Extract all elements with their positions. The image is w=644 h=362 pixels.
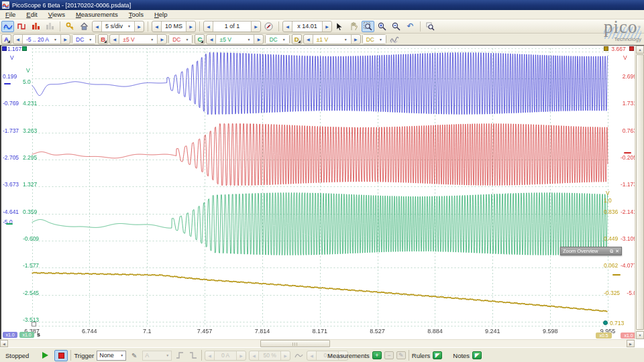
statusbar-separator bbox=[409, 350, 409, 361]
channel-d-button[interactable]: D bbox=[292, 34, 302, 44]
menu-item-measurements[interactable]: Measurements bbox=[70, 10, 123, 19]
logo-brand: pico® bbox=[604, 17, 641, 37]
range-increase-button[interactable]: ▶ bbox=[61, 35, 70, 44]
channel-b-coupling-select[interactable]: DC▼ bbox=[168, 34, 193, 44]
scope-view-button[interactable] bbox=[1, 21, 14, 32]
close-icon[interactable]: ✕ bbox=[615, 249, 619, 253]
menu-bar: FileEditViewsMeasurementsToolsHelp bbox=[0, 10, 644, 19]
channel-c-range-select[interactable]: ±5 V▼ bbox=[215, 35, 254, 44]
samples-field[interactable]: 10 MS bbox=[161, 21, 186, 32]
page-next-button[interactable]: ▶ bbox=[252, 21, 260, 32]
zoom-decrease-button[interactable]: ◀ bbox=[283, 21, 292, 32]
range-decrease-button[interactable]: ◀ bbox=[13, 35, 22, 44]
home-button[interactable] bbox=[78, 21, 91, 32]
pico-logo: pico® Technology bbox=[581, 19, 641, 44]
range-decrease-button[interactable]: ◀ bbox=[304, 35, 313, 44]
channel-c-button[interactable]: C bbox=[195, 34, 205, 44]
page-previous-button[interactable]: ◀ bbox=[204, 21, 213, 32]
scroll-right-arrow[interactable]: ▶ bbox=[627, 340, 635, 347]
range-increase-button[interactable]: ▶ bbox=[352, 35, 360, 44]
samples-increase-button[interactable]: ▶ bbox=[186, 21, 195, 32]
restore-window-icon[interactable]: ⧉ bbox=[610, 249, 613, 253]
range-increase-button[interactable]: ▶ bbox=[158, 35, 166, 44]
zoom-overview-button[interactable] bbox=[424, 21, 437, 32]
level-increase-button: ▶ bbox=[237, 351, 246, 360]
start-capture-button[interactable] bbox=[38, 350, 52, 361]
channel-c-group: C◀±5 V▼▶DC▼ bbox=[195, 34, 289, 44]
main-toolbar: ◀ 5 s/div▼ ▶ ◀ 10 MS ▶ ◀ 1 of 1 ▶ ◀ x 14… bbox=[0, 19, 644, 34]
menu-item-tools[interactable]: Tools bbox=[123, 10, 149, 19]
marquee-zoom-tool[interactable] bbox=[362, 21, 374, 32]
zoom-out-tool[interactable] bbox=[390, 21, 402, 32]
stop-capture-button[interactable] bbox=[54, 350, 68, 361]
channel-c-coupling-select[interactable]: DC▼ bbox=[265, 34, 289, 44]
horizontal-scroll-thumb[interactable] bbox=[260, 340, 330, 347]
hand-tool[interactable] bbox=[347, 21, 360, 32]
stop-icon bbox=[58, 353, 64, 359]
page-field[interactable]: 1 of 1 bbox=[213, 21, 252, 32]
zoom-factor-field[interactable]: x 14.01 bbox=[292, 21, 323, 32]
channel-b-range-control: ◀±5 V▼▶ bbox=[109, 34, 167, 44]
notes-toggle-button[interactable]: ◤ bbox=[472, 351, 482, 359]
channel-d-coupling-select[interactable]: DC▼ bbox=[362, 34, 386, 44]
timebase-decrease-button[interactable]: ◀ bbox=[93, 21, 101, 32]
edit-trigger-icon[interactable]: ✎ bbox=[129, 350, 140, 361]
horizontal-scrollbar[interactable]: ◀ ▶ bbox=[0, 339, 635, 347]
channel-a-range-select[interactable]: -5 .. 20 A▼ bbox=[22, 35, 61, 44]
menu-item-file[interactable]: File bbox=[0, 10, 21, 19]
menu-item-edit[interactable]: Edit bbox=[21, 10, 42, 19]
scope-view-icon bbox=[3, 22, 13, 30]
trigger-mode-select[interactable]: None▼ bbox=[97, 351, 126, 361]
menu-item-views[interactable]: Views bbox=[43, 10, 70, 19]
waveform-plot[interactable] bbox=[0, 0, 644, 362]
zoom-out-icon bbox=[392, 22, 400, 31]
zoom-overview-icon bbox=[426, 22, 435, 31]
undo-zoom-button[interactable]: ↶ bbox=[404, 21, 417, 32]
samples-decrease-button[interactable]: ◀ bbox=[152, 21, 161, 32]
range-increase-button[interactable]: ▶ bbox=[254, 35, 263, 44]
scroll-down-arrow[interactable]: ▼ bbox=[636, 331, 644, 339]
channel-b-button[interactable]: B bbox=[98, 34, 108, 44]
histogram-disabled-icon bbox=[46, 22, 54, 30]
scroll-up-arrow[interactable]: ▲ bbox=[636, 46, 644, 54]
timebase-increase-button[interactable]: ▶ bbox=[135, 21, 144, 32]
zoom-box-icon bbox=[364, 22, 372, 31]
channel-a-button[interactable]: A bbox=[1, 34, 11, 44]
vertical-scrollbar[interactable]: ▲ ▼ bbox=[635, 46, 644, 339]
range-decrease-button[interactable]: ◀ bbox=[207, 35, 215, 44]
chevron-down-icon: ▼ bbox=[379, 38, 382, 42]
timebase-control: ◀ 5 s/div▼ ▶ bbox=[92, 21, 144, 32]
channel-b-group: B◀±5 V▼▶DC▼ bbox=[98, 34, 193, 44]
capture-status: Stopped bbox=[5, 352, 29, 359]
zoom-overview-title: Zoom Overview bbox=[563, 248, 598, 254]
spectrum-view-button[interactable] bbox=[30, 21, 42, 32]
buffer-navigator-button[interactable] bbox=[262, 21, 275, 32]
normal-selection-tool[interactable] bbox=[333, 21, 346, 32]
timebase-select[interactable]: 5 s/div▼ bbox=[101, 21, 135, 32]
menu-item-help[interactable]: Help bbox=[149, 10, 173, 19]
channel-d-range-select[interactable]: ±1 V▼ bbox=[313, 35, 352, 44]
toolbar-separator bbox=[199, 21, 200, 32]
probes-button[interactable] bbox=[388, 34, 401, 45]
zoom-overview-window[interactable]: Zoom Overview ⧉ ✕ bbox=[560, 247, 622, 255]
channel-d-range-control: ◀±1 V▼▶ bbox=[303, 34, 361, 44]
plot-left-edge bbox=[0, 46, 1, 339]
toolbar-separator bbox=[420, 21, 421, 32]
rulers-toggle-button[interactable]: ◤ bbox=[433, 351, 442, 359]
chevron-down-icon: ▼ bbox=[127, 24, 131, 28]
toolbar-separator bbox=[148, 21, 148, 32]
waveform-page-control: ◀ 1 of 1 ▶ bbox=[203, 21, 261, 32]
pretrigger-control: ◀ 50 % ▶ bbox=[249, 351, 290, 361]
channel-a-range-control: ◀-5 .. 20 A▼▶ bbox=[13, 34, 70, 44]
range-decrease-button[interactable]: ◀ bbox=[110, 35, 119, 44]
add-measurement-button[interactable]: + bbox=[372, 351, 382, 359]
auto-setup-button[interactable] bbox=[64, 21, 76, 32]
statusbar-separator bbox=[70, 350, 71, 361]
scroll-left-arrow[interactable]: ◀ bbox=[0, 340, 8, 347]
channel-a-coupling-select[interactable]: DC▼ bbox=[72, 34, 96, 44]
persistence-view-button[interactable] bbox=[15, 21, 28, 32]
zoom-increase-button[interactable]: ▶ bbox=[323, 21, 331, 32]
zoom-in-tool[interactable] bbox=[376, 21, 388, 32]
vertical-scroll-thumb[interactable] bbox=[636, 54, 644, 330]
channel-b-range-select[interactable]: ±5 V▼ bbox=[119, 35, 158, 44]
